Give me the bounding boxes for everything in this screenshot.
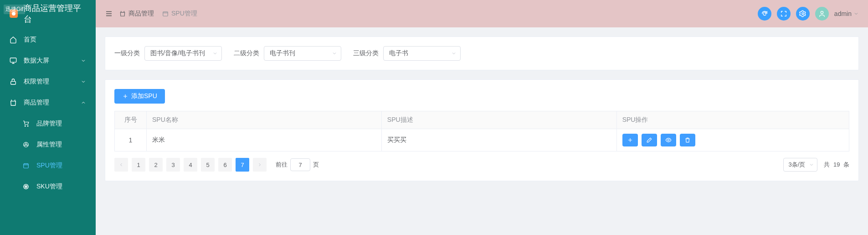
row-delete-button[interactable] [680,134,695,146]
settings-button[interactable] [796,7,810,21]
breadcrumb-label: 商品管理 [128,10,154,18]
plus-icon [627,137,633,143]
chevron-down-icon [332,51,337,56]
plus-icon [122,93,128,99]
sidebar-item-label: 权限管理 [24,78,49,86]
topbar: 商品管理 SPU管理 admin [96,0,868,27]
svg-point-7 [25,144,27,146]
row-edit-button[interactable] [642,134,657,146]
select-value: 图书/音像/电子书刊 [150,49,205,57]
eye-icon [665,137,672,143]
breadcrumb-spu[interactable]: SPU管理 [162,10,197,18]
sidebar-item-sku[interactable]: SKU管理 [0,176,96,197]
cell-ops [616,129,849,151]
svg-rect-3 [11,81,16,84]
bag-icon [9,99,17,107]
sidebar-item-label: 品牌管理 [36,120,62,128]
breadcrumb: 商品管理 SPU管理 [119,10,197,18]
filter-label: 一级分类 [114,49,140,57]
sidebar-item-label: 商品管理 [24,99,49,107]
home-icon [9,36,17,44]
page-size-label: 3条/页 [788,161,805,169]
total-suffix: 条 [843,161,849,168]
level1-select[interactable]: 图书/音像/电子书刊 [144,46,222,61]
page-prev-button[interactable] [114,158,128,172]
menu-toggle-icon[interactable] [105,10,113,18]
svg-rect-8 [24,164,29,168]
sidebar-item-spu[interactable]: SPU管理 [0,155,96,176]
orange-icon [22,183,30,191]
cell-name: 米米 [147,129,382,151]
level3-select[interactable]: 电子书 [383,46,461,61]
page-3[interactable]: 3 [166,158,180,172]
table-row: 1 米米 买买买 [115,129,849,151]
pagination: 1 2 3 4 5 6 7 前往 页 3条/页 [114,158,849,172]
pagination-right: 3条/页 共 19 条 [783,158,849,172]
chevron-up-icon [80,99,87,106]
cell-index: 1 [115,129,147,151]
breadcrumb-goods[interactable]: 商品管理 [119,10,154,18]
svg-point-13 [668,139,669,141]
page-5[interactable]: 5 [201,158,215,172]
chevron-left-icon [118,162,124,167]
page-6[interactable]: 6 [218,158,232,172]
goto-page-input[interactable] [290,158,310,171]
sidebar-menu: 首页 数据大屏 权限管理 商品管理 [0,27,96,199]
sidebar-item-brand[interactable]: 品牌管理 [0,113,96,134]
page-7[interactable]: 7 [236,158,249,172]
page-next-button[interactable] [253,158,267,172]
trash-icon [684,137,691,143]
goto-suffix: 页 [313,161,319,169]
filters: 一级分类 图书/音像/电子书刊 二级分类 电子书刊 [114,46,849,61]
cart-icon [22,120,30,128]
page-1[interactable]: 1 [132,158,145,172]
user-menu[interactable]: admin [834,10,859,17]
table-card: 添加SPU 序号 SPU名称 SPU描述 SPU操作 1 米米 买买买 [105,79,859,181]
avatar[interactable] [815,7,829,21]
lock-icon [9,78,17,86]
cell-desc: 买买买 [381,129,616,151]
sidebar-item-goods[interactable]: 商品管理 [0,92,96,113]
topbar-right: admin [758,7,859,21]
select-value: 电子书 [389,49,408,57]
sidebar-item-label: 首页 [24,36,36,44]
add-spu-button[interactable]: 添加SPU [114,89,165,104]
edit-icon [646,137,652,143]
sidebar-item-label: 数据大屏 [24,57,49,65]
row-add-button[interactable] [622,134,638,146]
fullscreen-button[interactable] [777,7,791,21]
username-label: admin [834,10,852,17]
th-name: SPU名称 [147,111,382,129]
sidebar-item-label: 属性管理 [36,141,62,149]
chevron-down-icon [853,11,859,16]
main: 商品管理 SPU管理 admin [96,0,868,235]
total-count: 共 19 条 [824,161,849,169]
row-view-button[interactable] [661,134,676,146]
total-prefix: 共 [824,161,830,168]
chevron-down-icon [212,51,218,56]
sidebar-item-auth[interactable]: 权限管理 [0,71,96,92]
chevron-down-icon [451,51,457,56]
content: 一级分类 图书/音像/电子书刊 二级分类 电子书刊 [96,27,868,190]
chevron-right-icon [257,162,262,167]
svg-point-5 [27,125,28,126]
filter-label: 二级分类 [234,49,259,57]
sidebar-item-home[interactable]: 首页 [0,29,96,50]
sidebar-item-dashboard[interactable]: 数据大屏 [0,50,96,71]
bag-icon [119,10,126,17]
chrome-icon [22,141,30,149]
chevron-down-icon [809,162,814,167]
app-title: 商品运营管理平台 [24,3,88,25]
refresh-button[interactable] [758,7,771,21]
filter-level3: 三级分类 电子书 [353,46,461,61]
page-size-select[interactable]: 3条/页 [783,158,817,172]
chevron-down-icon [80,78,87,85]
calendar-icon [22,162,30,170]
calendar-icon [162,10,169,17]
page-4[interactable]: 4 [184,158,197,172]
button-label: 添加SPU [131,92,157,100]
sidebar-item-label: SPU管理 [36,162,62,170]
level2-select[interactable]: 电子书刊 [264,46,341,61]
page-2[interactable]: 2 [149,158,163,172]
sidebar-item-attr[interactable]: 属性管理 [0,134,96,155]
